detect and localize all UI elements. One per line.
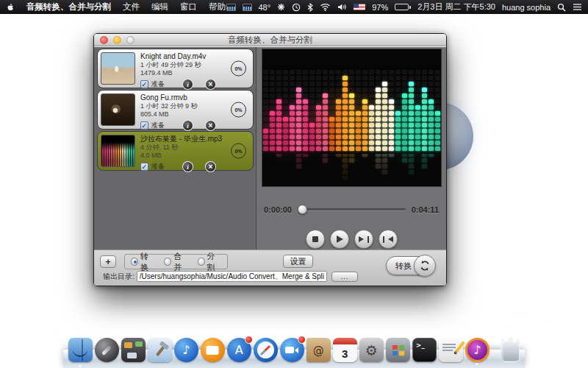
weather-icon[interactable] (277, 3, 285, 11)
menu-item-edit[interactable]: 编辑 (151, 1, 168, 13)
file-item[interactable]: Gong Fu.rmvb 1 小时 32 分钟 9 秒 805.4 MB 准备 … (97, 90, 254, 130)
wifi-icon[interactable] (320, 3, 331, 11)
calendar-dock-icon[interactable]: 3 (333, 338, 357, 362)
led-cell (395, 88, 401, 92)
led-cell (376, 129, 381, 133)
next-button[interactable] (354, 230, 373, 249)
bluetooth-icon[interactable] (307, 3, 313, 12)
info-button[interactable] (182, 79, 193, 90)
led-cell (356, 76, 361, 80)
led-cell (376, 82, 381, 86)
ready-checkbox[interactable] (140, 163, 148, 171)
output-path-input[interactable] (137, 271, 327, 282)
apple-menu-icon[interactable] (6, 2, 15, 13)
seek-track[interactable] (298, 208, 406, 210)
menu-item-file[interactable]: 文件 (123, 1, 140, 13)
launchpad-dock-icon[interactable] (95, 338, 119, 362)
input-language-flag-icon[interactable] (354, 4, 365, 10)
network-meter-icon[interactable] (243, 4, 252, 11)
spotlight-search-icon[interactable] (557, 3, 566, 12)
mode-convert[interactable]: 转换 (131, 251, 154, 273)
progress-badge: 0% (231, 144, 246, 159)
battery-icon[interactable] (395, 4, 411, 10)
contacts-dock-icon[interactable]: @ (306, 338, 331, 362)
textedit-dock-icon[interactable] (439, 338, 463, 362)
led-cell (409, 111, 414, 116)
menu-app-name[interactable]: 音频转换、合并与分割 (26, 1, 111, 13)
star (18, 46, 19, 48)
audio-converter-dock-icon[interactable]: ♪ (465, 338, 490, 362)
radio-icon[interactable] (198, 258, 205, 266)
led-cell (369, 111, 374, 116)
cpu-meter-icon[interactable] (226, 4, 236, 11)
eq-column (362, 70, 368, 151)
remove-button[interactable] (205, 79, 216, 90)
led-cell (283, 129, 288, 133)
user-menu[interactable]: huang sophia (502, 3, 551, 12)
led-cell (415, 70, 420, 74)
star (501, 116, 502, 116)
star (573, 137, 574, 138)
led-cell (356, 123, 361, 127)
mode-split[interactable]: 分割 (198, 251, 221, 273)
play-button[interactable] (330, 230, 349, 249)
notification-center-icon[interactable] (573, 3, 582, 11)
eq-column (382, 70, 387, 151)
remove-button[interactable] (205, 120, 216, 131)
trash-dock-icon[interactable] (501, 339, 520, 362)
led-cell (376, 99, 381, 104)
led-cell (409, 135, 414, 139)
xcode-dock-icon[interactable] (148, 338, 172, 362)
itunes-dock-icon[interactable]: ♪ (174, 338, 198, 362)
seek-slider[interactable] (298, 205, 406, 214)
led-cell (395, 111, 401, 116)
led-cell (283, 105, 288, 110)
safari-dock-icon[interactable] (254, 338, 278, 362)
mission-control-dock-icon[interactable] (121, 338, 146, 362)
led-cell (362, 111, 368, 116)
remove-button[interactable] (205, 161, 216, 172)
stop-button[interactable] (306, 230, 325, 249)
add-file-button[interactable] (100, 255, 116, 268)
led-cell (422, 117, 427, 121)
convert-button[interactable]: 转换 (386, 255, 436, 276)
window-titlebar[interactable]: 音频转换、合并与分割 (94, 34, 446, 46)
ibooks-dock-icon[interactable] (201, 338, 225, 362)
previous-button[interactable] (379, 230, 398, 249)
system-preferences-dock-icon[interactable]: ⚙ (359, 338, 384, 362)
led-cell (362, 117, 368, 121)
menu-item-help[interactable]: 帮助 (209, 1, 226, 13)
time-machine-icon[interactable] (292, 3, 301, 12)
windows-utility-dock-icon[interactable] (386, 338, 410, 362)
finder-dock-icon[interactable] (68, 338, 93, 362)
clock-datetime[interactable]: 2月3日 周二 下午5:30 (417, 1, 495, 13)
menu-item-window[interactable]: 窗口 (180, 1, 197, 13)
led-cell (409, 99, 414, 104)
terminal-dock-icon[interactable]: >_ (412, 338, 437, 362)
led-cell (316, 129, 321, 133)
mode-merge[interactable]: 合并 (164, 251, 187, 273)
file-item-selected[interactable]: 沙拉布莱曼 - 毕业生.mp3 4 分钟, 11 秒 4.0 MB 准备 0% (97, 131, 254, 171)
ready-checkbox[interactable] (140, 121, 148, 130)
radio-icon[interactable] (131, 258, 138, 266)
ready-checkbox[interactable] (140, 80, 148, 88)
eq-column (402, 70, 407, 151)
browse-button[interactable]: ... (331, 272, 358, 282)
led-cell (369, 117, 374, 121)
file-item[interactable]: Knight and Day.m4v 1 小时 49 分钟 29 秒 1479.… (97, 49, 254, 88)
led-cell (309, 99, 315, 104)
app-store-dock-icon[interactable]: A (227, 338, 251, 362)
facetime-dock-icon[interactable] (280, 338, 304, 362)
info-button[interactable] (182, 120, 193, 131)
led-cell (382, 99, 387, 104)
temperature-status[interactable]: 48° (259, 3, 271, 12)
seek-knob[interactable] (298, 205, 307, 214)
volume-icon[interactable] (337, 3, 347, 11)
led-cell (343, 76, 348, 80)
led-cell (402, 76, 407, 80)
info-button[interactable] (182, 161, 193, 172)
settings-button[interactable]: 设置 (283, 255, 313, 268)
led-cell (276, 70, 282, 74)
radio-icon[interactable] (164, 258, 171, 266)
stop-icon (312, 236, 318, 242)
